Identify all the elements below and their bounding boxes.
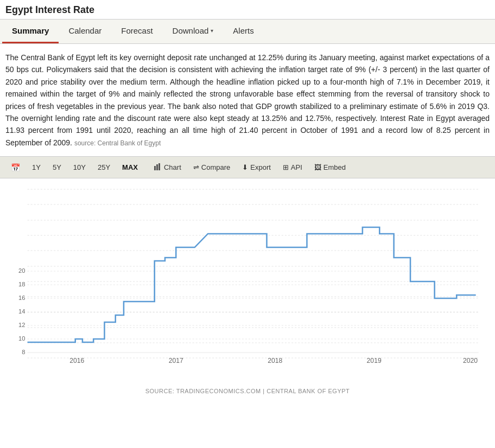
tab-alerts[interactable]: Alerts <box>223 20 263 43</box>
period-5y[interactable]: 5Y <box>47 161 67 174</box>
compare-button[interactable]: ⇌ Compare <box>188 161 236 174</box>
svg-text:2017: 2017 <box>169 357 183 364</box>
line-chart: 8 10 12 14 16 18 20 2016 2017 2018 2019 … <box>5 184 490 368</box>
svg-text:2020: 2020 <box>463 357 478 364</box>
tabs-bar: Summary Calendar Forecast Download ▾ Ale… <box>0 19 495 44</box>
svg-text:16: 16 <box>18 295 25 301</box>
tab-summary[interactable]: Summary <box>2 20 59 43</box>
svg-text:2018: 2018 <box>268 357 282 364</box>
api-icon: ⊞ <box>283 163 289 171</box>
tab-download[interactable]: Download ▾ <box>163 20 224 43</box>
embed-icon: 🖼 <box>314 163 321 171</box>
period-10y[interactable]: 10Y <box>68 161 91 174</box>
svg-text:10: 10 <box>18 335 25 342</box>
summary-text: The Central Bank of Egypt left its key o… <box>0 44 495 156</box>
page-title: Egypt Interest Rate <box>0 0 495 19</box>
chart-source: SOURCE: TRADINGECONOMICS.COM | CENTRAL B… <box>0 385 495 399</box>
summary-source: source: Central Bank of Egypt <box>74 139 161 147</box>
tab-forecast[interactable]: Forecast <box>111 20 162 43</box>
export-button[interactable]: ⬇ Export <box>237 161 276 174</box>
svg-text:2019: 2019 <box>367 357 382 364</box>
calendar-icon: 📅 <box>11 163 20 172</box>
period-25y[interactable]: 25Y <box>92 161 116 174</box>
export-icon: ⬇ <box>242 163 248 171</box>
chart-button[interactable]: Chart <box>149 160 187 175</box>
embed-button[interactable]: 🖼 Embed <box>309 161 351 174</box>
period-1y[interactable]: 1Y <box>27 161 46 174</box>
svg-text:12: 12 <box>18 322 25 328</box>
calendar-icon-button[interactable]: 📅 <box>5 161 26 175</box>
svg-text:18: 18 <box>18 281 25 287</box>
period-max[interactable]: MAX <box>117 161 143 174</box>
download-dropdown-arrow: ▾ <box>211 28 213 34</box>
compare-icon: ⇌ <box>193 163 199 171</box>
svg-rect-2 <box>158 163 160 170</box>
svg-text:2016: 2016 <box>69 357 84 364</box>
svg-text:20: 20 <box>18 267 25 274</box>
svg-rect-1 <box>156 164 158 170</box>
chart-toolbar: 📅 1Y 5Y 10Y 25Y MAX Chart ⇌ Compare ⬇ Ex… <box>0 156 495 178</box>
svg-text:14: 14 <box>18 308 25 315</box>
svg-text:8: 8 <box>22 349 25 355</box>
bar-chart-icon <box>154 163 162 172</box>
api-button[interactable]: ⊞ API <box>277 161 308 174</box>
svg-rect-0 <box>154 166 156 170</box>
tab-calendar[interactable]: Calendar <box>59 20 111 43</box>
chart-area: 8 10 12 14 16 18 20 2016 2017 2018 2019 … <box>0 178 495 385</box>
